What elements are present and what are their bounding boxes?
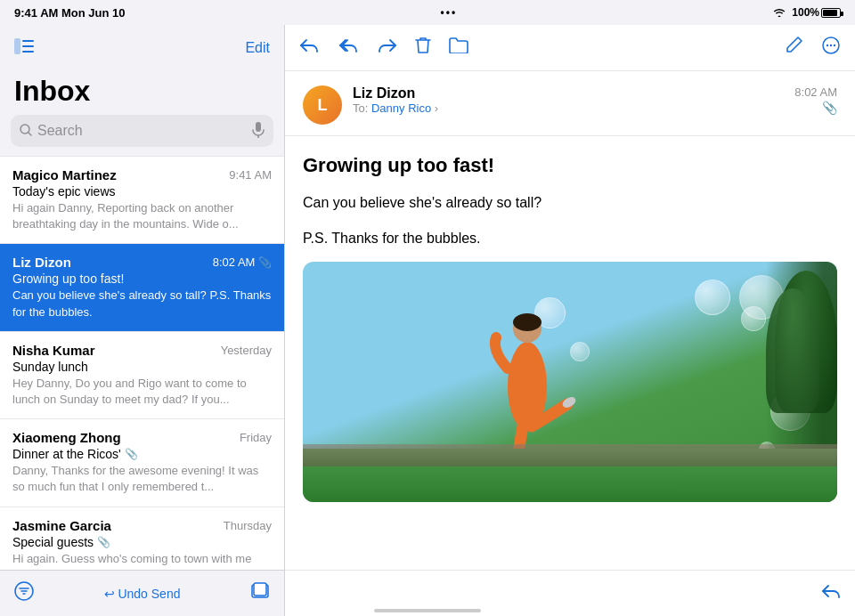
svg-rect-5 [256,122,261,132]
email-item-4[interactable]: Xiaomeng Zhong Friday Dinner at the Rico… [0,419,284,507]
email-sender-2: Liz Dizon [12,255,71,270]
to-name[interactable]: Danny Rico [371,101,431,115]
email-sender-3: Nisha Kumar [12,343,95,358]
svg-rect-9 [254,583,266,596]
sender-name: Liz Dizon [353,85,784,101]
email-preview-5: Hi again. Guess who's coming to town wit… [12,551,272,571]
toolbar-left [299,36,468,60]
email-sender-4: Xiaomeng Zhong [12,430,121,445]
email-preview-4: Danny, Thanks for the awesome evening! I… [12,463,272,495]
attachment-icon-5: 📎 [97,536,110,548]
bubble-1 [695,280,730,315]
email-body-text-2: P.S. Thanks for the bubbles. [303,227,837,250]
forward-button[interactable] [378,36,397,59]
email-item-2[interactable]: Liz Dizon 8:02 AM 📎 Growing up too fast!… [0,244,284,331]
email-time-4: Friday [240,431,272,444]
status-bar: 9:41 AM Mon Jun 10 ••• 100% [0,0,855,25]
email-preview-3: Hey Danny, Do you and Rigo want to come … [12,376,272,408]
email-sender-1: Magico Martinez [12,167,117,182]
svg-rect-3 [22,51,34,53]
status-center: ••• [441,6,458,19]
email-sender-5: Jasmine Garcia [12,518,111,533]
email-subject-1: Today's epic views [12,184,272,199]
status-time: 9:41 AM Mon Jun 10 [14,6,126,20]
email-subject-2: Growing up too fast! [12,272,272,286]
email-image-placeholder [303,262,837,502]
stone-wall [303,444,837,466]
email-subject-5: Special guests 📎 [12,535,272,549]
email-subject-3: Sunday lunch [12,360,272,374]
svg-rect-2 [22,45,34,47]
home-indicator [374,609,481,612]
compose-button[interactable] [784,36,803,60]
inbox-panel: Edit Inbox Search [0,25,285,616]
microphone-icon[interactable] [252,122,265,141]
search-bar[interactable]: Search [11,115,273,147]
email-item-3[interactable]: Nisha Kumar Yesterday Sunday lunch Hey D… [0,332,284,419]
attachment-icon-4: 📎 [125,448,138,460]
svg-point-16 [513,313,542,331]
email-time-1: 9:41 AM [229,168,272,182]
email-detail-time: 8:02 AM [794,85,837,99]
email-item-5[interactable]: Jasmine Garcia Thursday Special guests 📎… [0,507,284,571]
detail-bottom-bar [285,570,855,616]
detail-body: Growing up too fast! Can you believe she… [285,136,855,570]
svg-point-11 [826,45,828,46]
detail-toolbar [285,25,855,71]
email-list: Magico Martinez 9:41 AM Today's epic vie… [0,156,284,570]
email-subject-4: Dinner at the Ricos' 📎 [12,447,272,461]
inbox-title: Inbox [14,75,270,108]
email-body-text-1: Can you believe she's already so tall? [303,191,837,215]
inbox-bottom-bar: ↩ Undo Send [0,570,284,616]
toolbar-right [784,36,841,60]
edit-button[interactable]: Edit [245,40,270,56]
email-time-2: 8:02 AM 📎 [213,255,272,269]
attachment-icon-2: 📎 [258,256,272,269]
sidebar-toggle-button[interactable] [14,38,34,59]
detail-attachment-icon: 📎 [794,101,837,115]
email-body-subject: Growing up too fast! [303,154,837,177]
search-input[interactable]: Search [37,123,247,139]
svg-rect-1 [22,40,34,42]
more-button[interactable] [821,36,841,60]
battery-icon: 100% [792,6,841,19]
detail-panel: L Liz Dizon To: Danny Rico › 8:02 AM 📎 G… [285,25,855,616]
email-preview-2: Can you believe she's already so tall? P… [12,288,272,320]
sender-avatar: L [303,85,342,125]
app-container: Edit Inbox Search [0,25,855,616]
svg-point-13 [834,45,835,46]
wifi-icon [772,6,786,20]
inbox-toolbar: Edit [0,25,284,71]
email-preview-1: Hi again Danny, Reporting back on anothe… [12,200,272,232]
reply-bottom-button[interactable] [821,582,841,604]
stack-button[interactable] [250,581,270,605]
filter-button[interactable] [14,581,34,605]
folder-button[interactable] [449,37,468,58]
email-meta-right: 8:02 AM 📎 [794,85,837,115]
undo-send-button[interactable]: ↩ Undo Send [104,587,181,601]
svg-rect-0 [14,38,20,54]
search-icon [20,124,32,139]
email-time-5: Thursday [224,519,272,532]
sender-info: Liz Dizon To: Danny Rico › [353,85,784,115]
email-time-3: Yesterday [221,344,272,357]
svg-point-12 [830,45,832,46]
detail-header: L Liz Dizon To: Danny Rico › 8:02 AM 📎 [285,71,855,136]
email-item-1[interactable]: Magico Martinez 9:41 AM Today's epic vie… [0,156,284,244]
email-image [303,262,837,502]
inbox-title-row: Inbox [0,71,284,115]
reply-all-button[interactable] [337,36,360,59]
tree-2 [766,288,819,413]
reply-button[interactable] [299,36,319,59]
trash-button[interactable] [415,36,431,60]
sender-to: To: Danny Rico › [353,101,784,115]
status-right: 100% [772,6,841,20]
